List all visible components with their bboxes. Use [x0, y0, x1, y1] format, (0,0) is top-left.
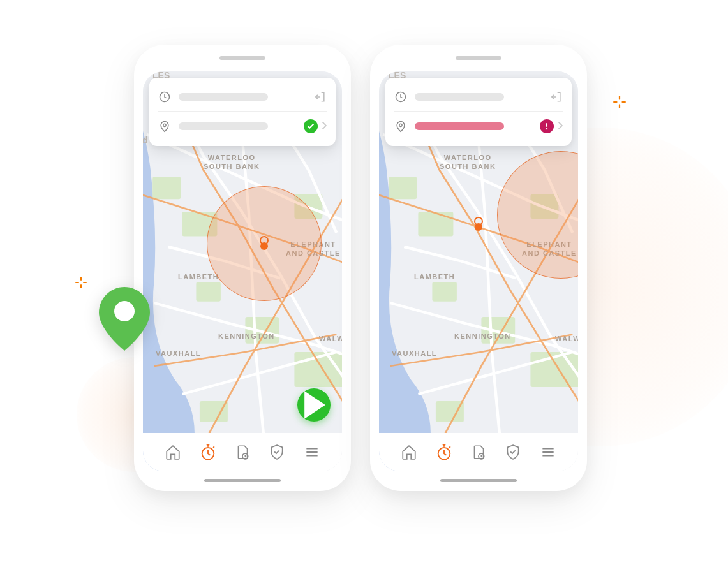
- phone-screen: LES d WATERLOO SOUTH BANK LAMBETH ELEPHA…: [143, 71, 342, 471]
- nav-menu[interactable]: [539, 443, 557, 461]
- check-icon: [307, 122, 315, 130]
- exit-icon[interactable]: [550, 91, 563, 103]
- location-placeholder-bar: [179, 122, 268, 130]
- svg-rect-10: [152, 177, 181, 199]
- nav-security[interactable]: [504, 443, 522, 461]
- time-placeholder-bar: [179, 93, 268, 101]
- stopwatch-icon: [199, 443, 217, 461]
- bottom-nav: [379, 433, 578, 471]
- home-indicator: [204, 479, 281, 482]
- map-label-walworth-partial: WALW: [319, 334, 342, 343]
- map-label-kennington: KENNINGTON: [454, 332, 511, 341]
- user-location-marker: [475, 223, 482, 231]
- svg-rect-15: [196, 282, 221, 302]
- stopwatch-icon: [435, 443, 453, 461]
- nav-home[interactable]: [400, 443, 418, 461]
- status-card: [149, 78, 336, 146]
- document-clock-icon: [234, 444, 251, 460]
- home-icon: [165, 444, 181, 460]
- user-location-marker: [260, 242, 268, 250]
- status-error-badge: [540, 119, 554, 133]
- map-label-waterloo: WATERLOO SOUTH BANK: [204, 153, 260, 172]
- phone-mockup-outside-zone: LES WATERLOO SOUTH BANK LAMBETH ELEPHANT…: [370, 45, 587, 491]
- svg-rect-27: [389, 177, 417, 199]
- map-label-lambeth: LAMBETH: [178, 272, 219, 281]
- phone-speaker-notch: [219, 56, 265, 60]
- svg-rect-35: [436, 401, 464, 422]
- phone-mockup-inside-zone: LES d WATERLOO SOUTH BANK LAMBETH ELEPHA…: [134, 45, 351, 491]
- phone-screen: LES WATERLOO SOUTH BANK LAMBETH ELEPHANT…: [379, 71, 578, 471]
- exclamation-icon: [546, 122, 548, 130]
- nav-reports[interactable]: [470, 443, 487, 461]
- start-tracking-button[interactable]: [297, 388, 331, 422]
- phone-mockups-container: LES d WATERLOO SOUTH BANK LAMBETH ELEPHA…: [134, 45, 587, 491]
- svg-point-39: [546, 128, 547, 129]
- svg-rect-32: [432, 282, 457, 302]
- svg-point-37: [399, 124, 402, 126]
- map-label-waterloo: WATERLOO SOUTH BANK: [440, 153, 496, 172]
- time-placeholder-bar: [415, 93, 504, 101]
- nav-home[interactable]: [164, 443, 182, 461]
- location-pin-icon: [394, 120, 407, 133]
- card-divider: [394, 111, 563, 112]
- time-row[interactable]: [394, 87, 563, 107]
- nav-timer[interactable]: [199, 443, 217, 461]
- svg-rect-28: [418, 212, 453, 237]
- shield-check-icon: [269, 444, 285, 460]
- nav-menu[interactable]: [303, 443, 321, 461]
- document-clock-icon: [470, 444, 487, 460]
- shield-check-icon: [505, 444, 521, 460]
- svg-point-8: [114, 301, 135, 321]
- location-pin-large-icon: [99, 287, 150, 353]
- map-label-walworth-partial: WALW: [555, 334, 578, 343]
- nav-security[interactable]: [268, 443, 286, 461]
- time-row[interactable]: [158, 87, 327, 107]
- map-label-kennington: KENNINGTON: [218, 332, 275, 341]
- chevron-right-icon: [322, 121, 327, 132]
- menu-icon: [540, 444, 556, 460]
- home-icon: [401, 444, 417, 460]
- status-card: [385, 78, 572, 146]
- sparkle-icon: [613, 96, 626, 108]
- sparkle-icon: [75, 277, 87, 288]
- exit-icon[interactable]: [314, 91, 327, 103]
- map-label-vauxhall: VAUXHALL: [392, 349, 437, 358]
- location-pin-icon: [158, 120, 171, 133]
- clock-icon: [158, 91, 171, 103]
- location-row[interactable]: [394, 115, 563, 137]
- svg-point-20: [163, 124, 166, 126]
- map-partial-text: d: [143, 135, 148, 145]
- home-indicator: [440, 479, 517, 482]
- map-label-vauxhall: VAUXHALL: [156, 349, 201, 358]
- menu-icon: [304, 444, 320, 460]
- status-ok-badge: [304, 119, 318, 133]
- chevron-right-icon: [558, 121, 563, 132]
- nav-reports[interactable]: [234, 443, 251, 461]
- card-divider: [158, 111, 327, 112]
- play-icon: [299, 388, 331, 422]
- bottom-nav: [143, 433, 342, 471]
- location-row[interactable]: [158, 115, 327, 137]
- svg-rect-38: [546, 123, 547, 127]
- phone-speaker-notch: [456, 56, 501, 60]
- map-label-lambeth: LAMBETH: [414, 272, 455, 281]
- location-error-bar: [415, 122, 504, 130]
- clock-icon: [394, 91, 407, 103]
- nav-timer[interactable]: [435, 443, 453, 461]
- svg-rect-18: [200, 401, 228, 422]
